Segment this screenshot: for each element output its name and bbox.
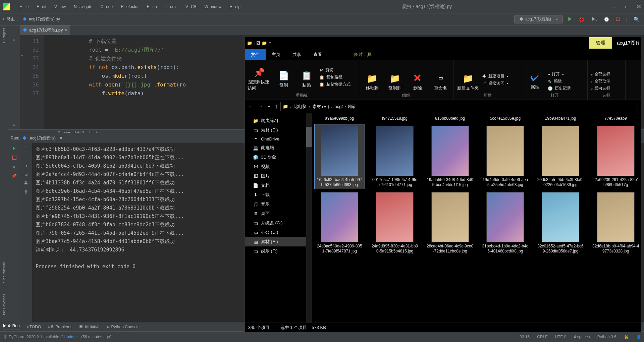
file-thumb[interactable]: 16a6c62f-bae4-4ba5-997b-537db66cd693.jpg: [315, 124, 365, 189]
menu-run[interactable]: Run: [142, 3, 160, 10]
window-controls[interactable]: — ▢ ✕: [611, 4, 641, 9]
file-thumb[interactable]: 24d8ac5f-9de2-4939-8051-7fe89f547871.jpg: [315, 191, 365, 255]
tool-tab-favorites[interactable]: 2: Favorites: [2, 294, 6, 316]
menu-tools[interactable]: Tools: [160, 3, 180, 10]
run-tab-label[interactable]: acg17(线程池): [30, 135, 56, 141]
tool-strip-left[interactable]: 1: Project 7: Structure 2: Favorites ★: [0, 25, 8, 331]
up-button[interactable]: ↑: [275, 104, 278, 110]
history-button[interactable]: 🕘历史记录: [548, 86, 585, 91]
easyaccess-button[interactable]: ↗轻松访问▾: [482, 80, 519, 86]
main-menu[interactable]: FileEditViewNavigateCodeRefactorRunTools…: [14, 3, 243, 10]
stop-button[interactable]: [614, 16, 622, 23]
file-thumb[interactable]: 19b934ba471.jpg: [536, 115, 586, 122]
qat-folder-icon[interactable]: 📁: [262, 41, 267, 46]
debug-button[interactable]: 🐞: [577, 16, 586, 23]
breadcrumb[interactable]: ▮ 爬虫 〉 ◆ acg17(线程池).py: [3, 16, 60, 22]
ribbon[interactable]: 📌固定到快速访问 📄复制 📋粘贴 ✂剪切 📋复制路径 📋粘贴快捷方式 剪贴板 📁…: [245, 60, 641, 100]
sidebar-item[interactable]: 🖼图片: [245, 171, 312, 181]
run-button[interactable]: ▶: [566, 15, 574, 23]
moveto-button[interactable]: 📁移动到: [362, 73, 382, 91]
profile-button[interactable]: ⌚: [602, 16, 611, 23]
delete-button[interactable]: ✕删除: [408, 73, 428, 91]
sidebar-item[interactable]: 🎵音乐: [245, 199, 312, 209]
inspector-icon[interactable]: 👤: [636, 335, 641, 339]
ribbon-tabs[interactable]: 文件 主页 共享 查看 图片工具: [245, 49, 641, 60]
stop-button[interactable]: [12, 156, 16, 161]
indent[interactable]: 4 spaces: [574, 335, 590, 339]
sidebar-item[interactable]: 📄文档: [245, 181, 312, 190]
file-thumb[interactable]: 20db32a5-f9bb-4c3f-8fa9-0226c0fcb1639.jp…: [536, 124, 586, 189]
soft-wrap-icon[interactable]: ⇥: [25, 163, 27, 168]
paste-button[interactable]: 📋粘贴: [297, 67, 317, 91]
sidebar-item[interactable]: 🖴娱乐 (F:): [245, 246, 312, 256]
pin-quickaccess-button[interactable]: 📌固定到快速访问: [248, 67, 271, 91]
rerun-button[interactable]: ▶: [12, 146, 16, 152]
lock-icon[interactable]: 🔓: [624, 335, 629, 339]
sidebar-item[interactable]: 🖴办公 (D:): [245, 228, 312, 237]
run-icon-col-2[interactable]: ↑ ↓ ⇥ ⇲ 🖶 🗑: [20, 143, 32, 331]
explorer-window[interactable]: 📁 | ☑ 📁 ≡ | 管理 acg17图库 文件 主页 共享 查看 图片工具 …: [245, 37, 641, 332]
copy-button[interactable]: 📄复制: [274, 67, 294, 91]
crumb-project[interactable]: 爬虫: [7, 16, 15, 22]
menu-file[interactable]: File: [14, 3, 31, 10]
menu-code[interactable]: Code: [95, 3, 115, 10]
recent-dropdown-icon[interactable]: ▾: [268, 104, 270, 110]
selectnone-button[interactable]: ⊟全部取消: [590, 78, 623, 84]
maximize-icon[interactable]: ▢: [625, 4, 627, 9]
explorer-sidebar[interactable]: 📁爬虫练习🖴素材 (E:)☁OneDrive💻此电脑🧊3D 对象🎞视频🖼图片📄文…: [245, 113, 312, 323]
status-hamburger-icon[interactable]: ▥: [3, 334, 7, 340]
close-icon[interactable]: ✕: [637, 4, 641, 9]
line-sep[interactable]: CRLF: [537, 335, 547, 339]
path-seg[interactable]: acg17图库: [335, 104, 355, 110]
expand-icon[interactable]: »: [13, 122, 15, 127]
file-thumb[interactable]: 5cc7e15d85e.jpg: [480, 115, 530, 122]
layout-icon[interactable]: ≡: [13, 165, 15, 170]
file-thumb[interactable]: 28cad4bf-06ad-4c9c-9ce0-72dde11cbc8e.jpg: [425, 191, 475, 255]
sidebar-item[interactable]: 🖥桌面: [245, 209, 312, 218]
interpreter[interactable]: Python 3.6: [597, 335, 616, 339]
file-thumb[interactable]: a9a6e099bb.jpg: [315, 115, 365, 122]
tab-close-icon[interactable]: ✕: [65, 28, 68, 32]
sidebar-item[interactable]: 📁爬虫练习: [245, 116, 312, 125]
project-tool-gutter[interactable]: « »: [8, 35, 20, 129]
file-thumb[interactable]: 32d6a18b-b9-4f64-ab94-49773e3328.jpg: [591, 191, 641, 255]
path-seg[interactable]: 素材 (E:): [312, 104, 329, 110]
tool-tab-structure[interactable]: 7: Structure: [2, 262, 6, 284]
copyto-button[interactable]: 📁复制到: [385, 73, 405, 91]
up-arrow-icon[interactable]: ↑: [25, 146, 27, 151]
tool-tab-todo[interactable]: ≣ TODO: [26, 325, 41, 329]
qat-eq-icon[interactable]: ≡: [268, 41, 271, 46]
tab-home[interactable]: 主页: [266, 49, 286, 60]
pin-icon[interactable]: 📌: [12, 174, 17, 178]
path-seg[interactable]: 此电脑: [293, 104, 307, 110]
newfolder-button[interactable]: 📁新建文件夹: [456, 73, 480, 91]
file-thumb[interactable]: 22a69239-261-422a-82b1bf86bdfb517g: [591, 124, 641, 189]
run-icon-col-1[interactable]: ▶ ≡ 📌: [8, 143, 20, 331]
scrollbar-thumb[interactable]: [306, 127, 312, 147]
tool-tab-pyconsole[interactable]: ⪢ Python Console: [106, 325, 140, 329]
file-thumb[interactable]: 31bebd4d-1b9e-4dc2-b4d5-401468bcd0f8.jpg: [480, 191, 530, 255]
back-button[interactable]: ←: [248, 104, 253, 110]
menu-help[interactable]: Help: [224, 3, 243, 10]
trash-icon[interactable]: 🗑: [24, 189, 28, 194]
paste-shortcut-button[interactable]: 📋粘贴快捷方式: [319, 81, 356, 87]
scroll-end-icon[interactable]: ⇲: [25, 172, 27, 177]
file-thumb[interactable]: 19ada559-34d8-4dbd-8d95-bce4b4dd1f15.jpg: [425, 124, 475, 189]
file-thumb[interactable]: f94715518.jpg: [370, 115, 420, 122]
tab-view[interactable]: 查看: [307, 49, 328, 60]
edit-button[interactable]: ✎编辑: [548, 78, 585, 84]
file-thumb[interactable]: 32c01652-aed5-47a2-bc69-260dfa056de7.jpg: [536, 191, 586, 255]
minimize-icon[interactable]: —: [611, 4, 615, 9]
properties-button[interactable]: ✔属性: [525, 71, 545, 91]
encoding[interactable]: UTF-8: [555, 335, 567, 339]
sidebar-item[interactable]: ⬇下载: [245, 190, 312, 199]
editor-tabbar[interactable]: ◧ ◆ acg17(线程池).py ✕: [8, 25, 644, 35]
sidebar-item[interactable]: 🎞视频: [245, 162, 312, 171]
collapse-icon[interactable]: «: [13, 37, 15, 42]
print-icon[interactable]: 🖶: [24, 181, 28, 185]
tool-tab-project[interactable]: 1: Project: [2, 28, 6, 46]
status-message[interactable]: PyCharm 2020.2.1 available // Update... …: [9, 335, 111, 339]
file-thumb[interactable]: 77e570eab9: [591, 115, 641, 122]
file-grid[interactable]: a9a6e099bb.jpgf94715518.jpg815bb60befd.j…: [312, 113, 641, 323]
open-button[interactable]: ▭打开▾: [548, 71, 585, 77]
